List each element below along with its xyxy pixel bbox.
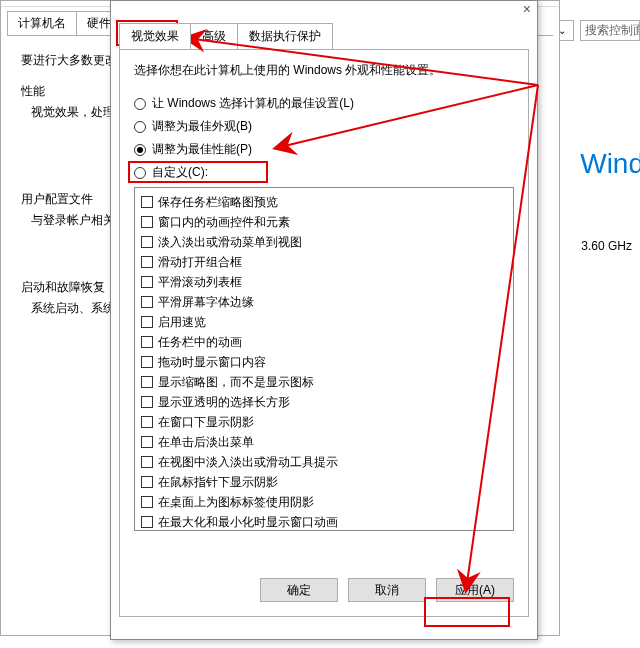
apply-button[interactable]: 应用(A) — [436, 578, 514, 602]
list-item[interactable]: 在最大化和最小化时显示窗口动画 — [137, 512, 511, 531]
checkbox-icon[interactable] — [141, 196, 153, 208]
tab-dep[interactable]: 数据执行保护 — [237, 23, 333, 49]
search-input[interactable]: 搜索控制面 — [580, 20, 640, 41]
radio-label: 让 Windows 选择计算机的最佳设置(L) — [152, 95, 354, 112]
list-item[interactable]: 窗口内的动画控件和元素 — [137, 212, 511, 232]
checkbox-icon[interactable] — [141, 516, 153, 528]
checkbox-icon[interactable] — [141, 256, 153, 268]
checkbox-icon[interactable] — [141, 296, 153, 308]
checkbox-icon[interactable] — [141, 436, 153, 448]
checkbox-icon[interactable] — [141, 476, 153, 488]
tab-visual-effects[interactable]: 视觉效果 — [119, 23, 191, 49]
list-item-label: 窗口内的动画控件和元素 — [158, 214, 290, 231]
radio-let-windows-choose[interactable]: 让 Windows 选择计算机的最佳设置(L) — [134, 95, 514, 112]
list-item[interactable]: 任务栏中的动画 — [137, 332, 511, 352]
list-item[interactable]: 在视图中淡入淡出或滑动工具提示 — [137, 452, 511, 472]
list-item[interactable]: 在鼠标指针下显示阴影 — [137, 472, 511, 492]
list-item-label: 滑动打开组合框 — [158, 254, 242, 271]
radio-custom[interactable]: 自定义(C): — [134, 164, 514, 181]
list-item[interactable]: 拖动时显示窗口内容 — [137, 352, 511, 372]
checkbox-icon[interactable] — [141, 416, 153, 428]
list-item-label: 在鼠标指针下显示阴影 — [158, 474, 278, 491]
checkbox-icon[interactable] — [141, 356, 153, 368]
list-item[interactable]: 启用速览 — [137, 312, 511, 332]
list-item[interactable]: 在窗口下显示阴影 — [137, 412, 511, 432]
checkbox-icon[interactable] — [141, 236, 153, 248]
perf-tabs: 视觉效果 高级 数据执行保护 — [111, 17, 537, 49]
visual-effects-list[interactable]: 保存任务栏缩略图预览窗口内的动画控件和元素淡入淡出或滑动菜单到视图滑动打开组合框… — [134, 187, 514, 531]
list-item-label: 平滑滚动列表框 — [158, 274, 242, 291]
list-item-label: 任务栏中的动画 — [158, 334, 242, 351]
close-icon[interactable]: × — [523, 1, 531, 17]
checkbox-icon[interactable] — [141, 216, 153, 228]
radio-label: 调整为最佳性能(P) — [152, 141, 252, 158]
list-item[interactable]: 显示缩略图，而不是显示图标 — [137, 372, 511, 392]
checkbox-icon[interactable] — [141, 496, 153, 508]
ok-button[interactable]: 确定 — [260, 578, 338, 602]
checkbox-icon[interactable] — [141, 336, 153, 348]
radio-best-appearance[interactable]: 调整为最佳外观(B) — [134, 118, 514, 135]
windows-brand-text: Wind — [580, 148, 640, 180]
list-item[interactable]: 平滑滚动列表框 — [137, 272, 511, 292]
list-item-label: 拖动时显示窗口内容 — [158, 354, 266, 371]
list-item-label: 在单击后淡出菜单 — [158, 434, 254, 451]
list-item-label: 保存任务栏缩略图预览 — [158, 194, 278, 211]
list-item-label: 启用速览 — [158, 314, 206, 331]
list-item[interactable]: 滑动打开组合框 — [137, 252, 511, 272]
panel-prompt: 选择你想在此计算机上使用的 Windows 外观和性能设置。 — [134, 62, 514, 79]
checkbox-icon[interactable] — [141, 376, 153, 388]
list-item-label: 显示缩略图，而不是显示图标 — [158, 374, 314, 391]
list-item[interactable]: 在桌面上为图标标签使用阴影 — [137, 492, 511, 512]
radio-icon — [134, 121, 146, 133]
cpu-ghz: 3.60 GHz — [581, 239, 632, 253]
list-item[interactable]: 淡入淡出或滑动菜单到视图 — [137, 232, 511, 252]
radio-best-performance[interactable]: 调整为最佳性能(P) — [134, 141, 514, 158]
radio-label: 调整为最佳外观(B) — [152, 118, 252, 135]
radio-label: 自定义(C): — [152, 164, 208, 181]
radio-icon — [134, 167, 146, 179]
list-item-label: 显示亚透明的选择长方形 — [158, 394, 290, 411]
tab-computer-name[interactable]: 计算机名 — [7, 11, 77, 35]
radio-icon — [134, 98, 146, 110]
list-item[interactable]: 显示亚透明的选择长方形 — [137, 392, 511, 412]
checkbox-icon[interactable] — [141, 316, 153, 328]
list-item-label: 在视图中淡入淡出或滑动工具提示 — [158, 454, 338, 471]
cancel-button[interactable]: 取消 — [348, 578, 426, 602]
list-item-label: 淡入淡出或滑动菜单到视图 — [158, 234, 302, 251]
list-item-label: 在窗口下显示阴影 — [158, 414, 254, 431]
list-item-label: 平滑屏幕字体边缘 — [158, 294, 254, 311]
performance-options-dialog: 性能选项 × 视觉效果 高级 数据执行保护 选择你想在此计算机上使用的 Wind… — [110, 0, 538, 640]
checkbox-icon[interactable] — [141, 456, 153, 468]
list-item[interactable]: 平滑屏幕字体边缘 — [137, 292, 511, 312]
checkbox-icon[interactable] — [141, 276, 153, 288]
list-item-label: 在最大化和最小化时显示窗口动画 — [158, 514, 338, 531]
radio-icon — [134, 144, 146, 156]
list-item-label: 在桌面上为图标标签使用阴影 — [158, 494, 314, 511]
list-item[interactable]: 保存任务栏缩略图预览 — [137, 192, 511, 212]
list-item[interactable]: 在单击后淡出菜单 — [137, 432, 511, 452]
checkbox-icon[interactable] — [141, 396, 153, 408]
tab-advanced[interactable]: 高级 — [190, 23, 238, 49]
